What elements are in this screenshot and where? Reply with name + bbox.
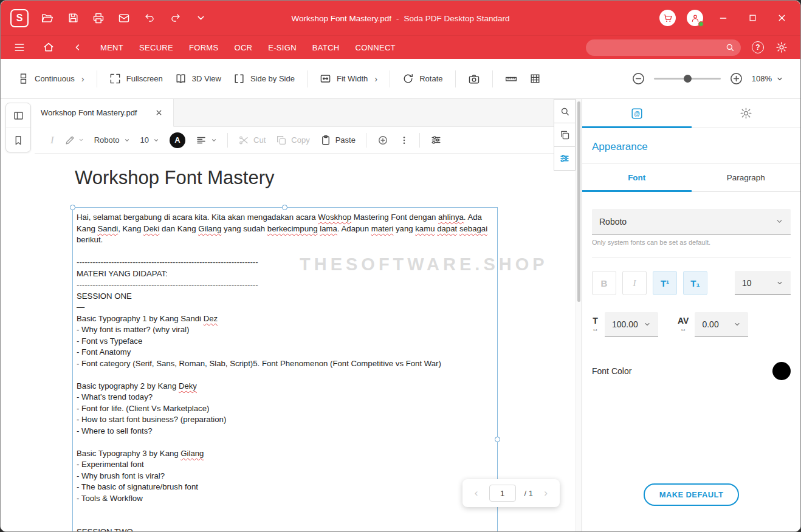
more-tools-button[interactable] [399, 135, 409, 145]
snapshot-button[interactable] [468, 73, 480, 85]
store-button[interactable] [659, 10, 676, 26]
left-rail-buttons [5, 103, 31, 152]
find-in-document-button[interactable] [554, 99, 576, 123]
page-number-input[interactable] [489, 485, 516, 502]
document-tab-bar: Workshop Font Mastery.pdf [35, 99, 554, 127]
window-title: Workshop Font Mastery.pdf - Soda PDF Des… [291, 13, 509, 22]
scrollbar-thumb[interactable] [577, 101, 580, 302]
italic-button-panel[interactable]: I [622, 271, 647, 295]
chevron-down-icon [776, 75, 783, 83]
panel-font-family-dropdown[interactable]: Roboto [592, 209, 791, 234]
zoom-slider-thumb[interactable] [684, 75, 692, 83]
maximize-button[interactable] [743, 9, 761, 27]
menu-item-document[interactable]: MENT [100, 43, 123, 52]
menu-item-forms[interactable]: FORMS [189, 43, 218, 52]
document-page[interactable]: Workshop Font Mastery THESOFTWARE.SHOP H… [35, 154, 554, 531]
home-button[interactable] [42, 41, 55, 54]
next-page-button[interactable]: › [541, 487, 550, 499]
vertical-scrollbar[interactable] [576, 99, 582, 531]
cut-button[interactable]: Cut [238, 135, 266, 146]
fullscreen-button[interactable]: Fullscreen [109, 73, 163, 84]
copy-button[interactable]: Copy [276, 135, 309, 146]
highlighter-button[interactable] [64, 134, 84, 146]
minimize-button[interactable] [714, 9, 732, 27]
toolbar-separator [492, 70, 493, 87]
save-button[interactable] [66, 12, 80, 25]
alignment-dropdown[interactable] [196, 135, 217, 146]
superscript-button[interactable]: T¹ [653, 271, 677, 295]
zoom-in-button[interactable] [729, 72, 743, 86]
kerning-dropdown[interactable]: 0.00 [695, 312, 748, 336]
page-thumbnails-button[interactable] [554, 123, 576, 147]
paste-button[interactable]: Paste [320, 135, 356, 146]
zoom-slider[interactable] [654, 78, 721, 80]
ruler-icon [505, 73, 517, 85]
view-toolbar: Continuous › Fullscreen 3D View Side by … [1, 59, 800, 99]
font-color-button[interactable]: A [170, 132, 185, 148]
font-color-swatch[interactable] [772, 362, 791, 380]
open-file-button[interactable] [41, 12, 54, 25]
print-button[interactable] [92, 12, 105, 25]
font-size-dropdown[interactable]: 10 [140, 135, 159, 145]
menu-scroll-left-button[interactable] [71, 41, 84, 54]
page-view-mode-button[interactable]: Continuous › [18, 73, 84, 84]
selection-handle-top-left[interactable] [70, 205, 75, 210]
app-logo-letter: S [16, 13, 23, 24]
panel-font-size-dropdown[interactable]: 10 [735, 271, 791, 295]
tab-paragraph[interactable]: Paragraph [692, 164, 801, 191]
more-actions-button[interactable] [194, 12, 207, 25]
horizontal-scale-dropdown[interactable]: 100.00 [605, 312, 658, 336]
menu-item-secure[interactable]: SECURE [139, 43, 173, 52]
bookmark-icon [13, 135, 24, 146]
properties-button[interactable] [430, 134, 442, 146]
menu-item-batch[interactable]: BATCH [312, 43, 340, 52]
account-button[interactable] [687, 10, 703, 26]
document-tab-title: Workshop Font Mastery.pdf [41, 108, 137, 117]
properties-panel-button[interactable] [554, 146, 576, 171]
font-family-dropdown[interactable]: Roboto [94, 135, 130, 145]
side-by-side-button[interactable]: Side by Side [233, 73, 295, 84]
help-button[interactable]: ? [752, 41, 764, 53]
tab-panel-settings[interactable] [692, 99, 801, 128]
bookmarks-button[interactable] [6, 128, 30, 152]
email-button[interactable] [117, 12, 131, 25]
rotate-button[interactable]: Rotate [402, 73, 442, 84]
insert-annotation-button[interactable] [377, 134, 389, 146]
menu-item-ocr[interactable]: OCR [234, 43, 252, 52]
subscript-button[interactable]: T₁ [683, 271, 707, 295]
tab-font[interactable]: Font [582, 164, 692, 191]
superscript-glyph: T¹ [661, 278, 669, 288]
fit-width-button[interactable]: Fit Width › [320, 73, 377, 84]
search-input[interactable] [594, 43, 725, 52]
bold-button[interactable]: B [592, 271, 616, 295]
selection-handle-right-middle[interactable] [495, 437, 500, 442]
italic-button[interactable]: I [50, 134, 54, 146]
close-icon [777, 13, 787, 23]
menu-bar: MENT SECURE FORMS OCR E-SIGN BATCH CONNE… [1, 35, 800, 59]
redo-button[interactable] [168, 12, 182, 25]
menu-item-connect[interactable]: CONNECT [355, 43, 395, 52]
tab-close-button[interactable] [154, 108, 163, 118]
selection-handle-top-center[interactable] [282, 205, 287, 210]
undo-button[interactable] [143, 12, 156, 25]
edit-toolbar: I Roboto 10 A [35, 127, 554, 154]
italic-glyph: I [633, 278, 636, 288]
home-icon [43, 41, 55, 53]
grid-button[interactable] [529, 73, 541, 84]
zoom-level-dropdown[interactable]: 108% [752, 74, 783, 83]
text-selection-frame[interactable]: Hai, selamat bergabung di acara kita. Ki… [72, 207, 498, 531]
tab-appearance[interactable]: @ [582, 99, 692, 128]
settings-button[interactable] [775, 41, 788, 54]
panels-toggle-button[interactable] [6, 103, 30, 128]
font-metrics-row: T ↔ 100.00 AV ↔ 0.00 [592, 312, 791, 336]
menu-item-esign[interactable]: E-SIGN [268, 43, 297, 52]
3d-view-button[interactable]: 3D View [175, 73, 221, 84]
previous-page-button[interactable]: ‹ [472, 487, 481, 499]
document-tab[interactable]: Workshop Font Mastery.pdf [35, 99, 174, 127]
main-menu-button[interactable] [13, 41, 26, 54]
zoom-out-button[interactable] [631, 72, 645, 86]
make-default-button[interactable]: MAKE DEFAULT [644, 483, 740, 506]
close-button[interactable] [772, 9, 791, 27]
ruler-button[interactable] [505, 73, 517, 85]
appearance-icon: @ [630, 107, 644, 120]
